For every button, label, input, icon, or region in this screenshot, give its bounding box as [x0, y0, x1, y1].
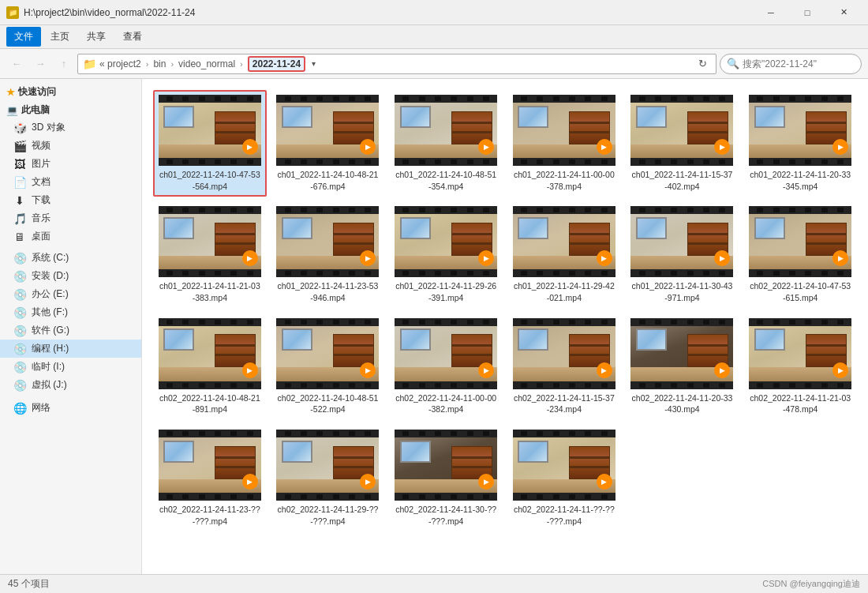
video-label-9: ch01_2022-11-24-11-29-42-021.mp4 — [513, 280, 615, 303]
sidebar-item-downloads[interactable]: ⬇ 下载 — [0, 191, 141, 209]
sidebar-item-3d[interactable]: 🎲 3D 对象 — [0, 118, 141, 137]
video-item-7[interactable]: ▶ ch01_2022-11-24-11-23-53-946.mp4 — [271, 201, 385, 308]
film-thumbnail-3: ▶ — [513, 95, 615, 166]
video-label-11: ch02_2022-11-24-10-47-53-615.mp4 — [749, 280, 851, 303]
sidebar-item-drive-e[interactable]: 💿 办公 (E:) — [0, 285, 141, 303]
video-item-15[interactable]: ▶ ch02_2022-11-24-11-15-37-234.mp4 — [507, 313, 621, 420]
film-thumbnail-21: ▶ — [513, 430, 615, 501]
title-bar-left: 📁 H:\project2\bin\video_normal\2022-11-2… — [6, 6, 195, 19]
main-area: ★ 快速访问 💻 此电脑 🎲 3D 对象 🎬 视频 🖼 图片 📄 文档 ⬇ 下载 — [0, 79, 868, 574]
close-button[interactable]: ✕ — [825, 0, 862, 25]
video-label-3: ch01_2022-11-24-11-00-00-378.mp4 — [513, 169, 615, 192]
drive-c-icon: 💿 — [13, 253, 27, 264]
crumb-video-normal[interactable]: video_normal — [178, 58, 235, 69]
play-icon-17: ▶ — [832, 362, 848, 378]
desktop-icon: 🖥 — [13, 231, 27, 242]
video-item-3[interactable]: ▶ ch01_2022-11-24-11-00-00-378.mp4 — [507, 90, 621, 197]
sidebar-item-music[interactable]: 🎵 音乐 — [0, 209, 141, 227]
file-count: 45 个项目 — [8, 577, 50, 591]
film-thumbnail-14: ▶ — [395, 318, 497, 389]
pictures-icon: 🖼 — [13, 159, 27, 170]
film-thumbnail-15: ▶ — [513, 318, 615, 389]
up-button: ↑ — [54, 54, 74, 74]
menu-item-view[interactable]: 查看 — [115, 27, 150, 47]
menu-bar: 文件 主页 共享 查看 — [0, 25, 868, 49]
title-bar: 📁 H:\project2\bin\video_normal\2022-11-2… — [0, 0, 868, 25]
address-dropdown-btn[interactable]: ▾ — [312, 59, 316, 68]
sidebar-item-drive-g[interactable]: 💿 软件 (G:) — [0, 321, 141, 340]
video-item-2[interactable]: ▶ ch01_2022-11-24-10-48-51-354.mp4 — [389, 90, 503, 197]
minimize-button[interactable]: ─ — [753, 0, 789, 25]
refresh-button[interactable]: ↻ — [694, 55, 711, 73]
video-label-17: ch02_2022-11-24-11-21-03-478.mp4 — [749, 392, 851, 415]
drive-j-icon: 💿 — [13, 380, 27, 391]
sidebar-item-pictures[interactable]: 🖼 图片 — [0, 155, 141, 173]
video-item-17[interactable]: ▶ ch02_2022-11-24-11-21-03-478.mp4 — [743, 313, 857, 420]
video-item-11[interactable]: ▶ ch02_2022-11-24-10-47-53-615.mp4 — [743, 201, 857, 308]
crumb-bin[interactable]: bin — [153, 58, 166, 69]
film-thumbnail-18: ▶ — [159, 430, 261, 501]
search-input[interactable] — [743, 58, 855, 69]
maximize-button[interactable]: □ — [789, 0, 825, 25]
video-item-9[interactable]: ▶ ch01_2022-11-24-11-29-42-021.mp4 — [507, 201, 621, 308]
folder-icon-small: 📁 — [83, 58, 96, 70]
sidebar-item-drive-j[interactable]: 💿 虚拟 (J:) — [0, 376, 141, 394]
video-item-1[interactable]: ▶ ch01_2022-11-24-10-48-21-676.mp4 — [271, 90, 385, 197]
film-thumbnail-5: ▶ — [749, 95, 851, 166]
crumb-project[interactable]: « project2 — [99, 58, 141, 69]
play-icon-21: ▶ — [597, 474, 612, 490]
sidebar-item-network[interactable]: 🌐 网络 — [0, 399, 141, 417]
video-item-18[interactable]: ▶ ch02_2022-11-24-11-23-??-???.mp4 — [153, 425, 267, 531]
film-thumbnail-9: ▶ — [513, 206, 615, 277]
video-item-6[interactable]: ▶ ch01_2022-11-24-11-21-03-383.mp4 — [153, 201, 267, 308]
drive-h-icon: 💿 — [13, 343, 27, 355]
sidebar-item-drive-f[interactable]: 💿 其他 (F:) — [0, 303, 141, 321]
video-item-8[interactable]: ▶ ch01_2022-11-24-11-29-26-391.mp4 — [389, 201, 503, 308]
sidebar-item-desktop[interactable]: 🖥 桌面 — [0, 227, 141, 246]
video-item-14[interactable]: ▶ ch02_2022-11-24-11-00-00-382.mp4 — [389, 313, 503, 420]
film-thumbnail-0: ▶ — [159, 95, 261, 166]
sidebar-item-drive-d[interactable]: 💿 安装 (D:) — [0, 267, 141, 285]
quick-access-header[interactable]: ★ 快速访问 — [0, 82, 141, 100]
drive-g-icon: 💿 — [13, 325, 27, 336]
toolbar-bar: ← → ↑ 📁 « project2 › bin › video_normal … — [0, 49, 868, 79]
video-item-0[interactable]: ▶ ch01_2022-11-24-10-47-53-564.mp4 — [153, 90, 267, 197]
sidebar: ★ 快速访问 💻 此电脑 🎲 3D 对象 🎬 视频 🖼 图片 📄 文档 ⬇ 下载 — [0, 79, 142, 574]
video-item-21[interactable]: ▶ ch02_2022-11-24-11-??-??-???.mp4 — [507, 425, 621, 531]
drive-f-icon: 💿 — [13, 307, 27, 318]
film-thumbnail-13: ▶ — [276, 318, 379, 389]
menu-item-file[interactable]: 文件 — [6, 27, 41, 47]
menu-item-share[interactable]: 共享 — [79, 27, 114, 47]
video-item-19[interactable]: ▶ ch02_2022-11-24-11-29-??-???.mp4 — [271, 425, 385, 531]
this-pc-header[interactable]: 💻 此电脑 — [0, 100, 141, 118]
sidebar-item-drive-h[interactable]: 💿 编程 (H:) — [0, 340, 141, 358]
video-item-5[interactable]: ▶ ch01_2022-11-24-11-20-33-345.mp4 — [743, 90, 857, 197]
sidebar-item-video[interactable]: 🎬 视频 — [0, 137, 141, 155]
back-button: ← — [6, 54, 27, 74]
video-item-20[interactable]: ▶ ch02_2022-11-24-11-30-??-???.mp4 — [389, 425, 503, 531]
documents-icon: 📄 — [13, 177, 27, 188]
drive-i-icon: 💿 — [13, 362, 27, 373]
play-icon-12: ▶ — [242, 362, 258, 378]
sidebar-item-drive-i[interactable]: 💿 临时 (I:) — [0, 358, 141, 376]
menu-item-home[interactable]: 主页 — [43, 27, 77, 47]
video-item-16[interactable]: ▶ ch02_2022-11-24-11-20-33-430.mp4 — [626, 313, 739, 420]
video-item-10[interactable]: ▶ ch01_2022-11-24-11-30-43-971.mp4 — [626, 201, 739, 308]
video-label-6: ch01_2022-11-24-11-21-03-383.mp4 — [159, 280, 261, 303]
video-item-4[interactable]: ▶ ch01_2022-11-24-11-15-37-402.mp4 — [626, 90, 739, 197]
network-icon: 🌐 — [13, 403, 27, 414]
video-item-12[interactable]: ▶ ch02_2022-11-24-10-48-21-891.mp4 — [153, 313, 267, 420]
address-bar[interactable]: 📁 « project2 › bin › video_normal › 2022… — [77, 54, 716, 74]
crumb-date[interactable]: 2022-11-24 — [248, 56, 305, 72]
sidebar-item-drive-c[interactable]: 💿 系统 (C:) — [0, 249, 141, 267]
video-label-4: ch01_2022-11-24-11-15-37-402.mp4 — [630, 169, 733, 192]
title-bar-text: H:\project2\bin\video_normal\2022-11-24 — [24, 7, 195, 18]
search-bar[interactable]: 🔍 — [720, 54, 862, 74]
video-item-13[interactable]: ▶ ch02_2022-11-24-10-48-51-522.mp4 — [271, 313, 385, 420]
drive-e-icon: 💿 — [13, 289, 27, 300]
video-label-2: ch01_2022-11-24-10-48-51-354.mp4 — [395, 169, 497, 192]
film-thumbnail-11: ▶ — [749, 206, 851, 277]
film-thumbnail-8: ▶ — [395, 206, 497, 277]
sidebar-item-documents[interactable]: 📄 文档 — [0, 173, 141, 191]
forward-button: → — [30, 54, 51, 74]
